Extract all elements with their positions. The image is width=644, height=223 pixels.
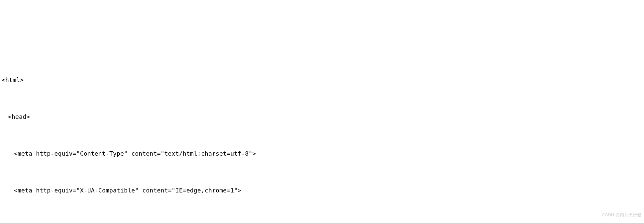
code-block: <html> <head> <meta http-equiv="Content-… bbox=[0, 49, 644, 223]
code-text: <head> bbox=[8, 113, 30, 120]
code-line: <meta content="always" name="referrer"> bbox=[0, 221, 644, 223]
watermark: CSDN @四月天行健 bbox=[602, 209, 641, 221]
code-line: <meta http-equiv="Content-Type" content=… bbox=[0, 147, 644, 160]
code-text: <html> bbox=[2, 76, 24, 83]
code-line: <meta http-equiv="X-UA-Compatible" conte… bbox=[0, 184, 644, 196]
code-line: <head> bbox=[0, 111, 644, 123]
code-text: <meta http-equiv="X-UA-Compatible" conte… bbox=[14, 187, 241, 194]
code-line: <html> bbox=[0, 74, 644, 86]
code-text: <meta http-equiv="Content-Type" content=… bbox=[14, 150, 256, 157]
